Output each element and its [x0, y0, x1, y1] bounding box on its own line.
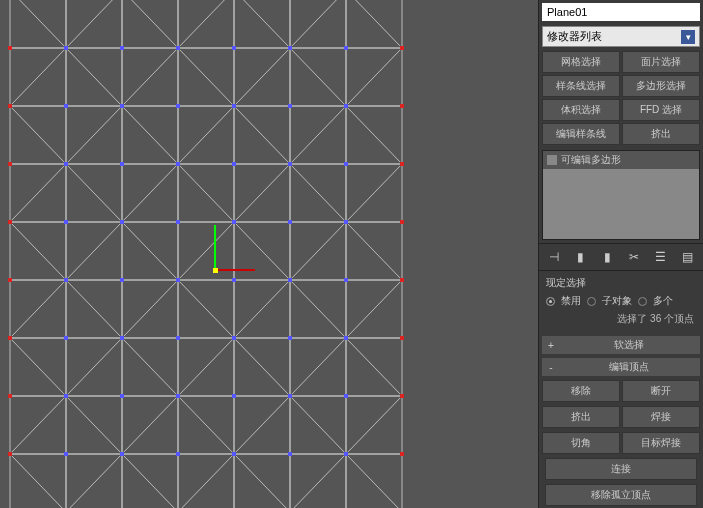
modifier-button-4[interactable]: 体积选择: [542, 99, 620, 121]
target-weld-button[interactable]: 目标焊接: [622, 432, 700, 454]
svg-line-39: [10, 48, 66, 106]
modifier-list-dropdown[interactable]: 修改器列表 ▾: [542, 26, 700, 47]
svg-line-234: [234, 338, 290, 396]
object-name-field[interactable]: Plane01: [542, 3, 700, 21]
svg-line-289: [66, 454, 122, 508]
svg-rect-358: [176, 278, 180, 282]
svg-line-79: [66, 106, 122, 164]
rollout-label: 软选择: [562, 338, 696, 352]
svg-line-24: [234, 0, 290, 48]
svg-rect-365: [120, 336, 124, 340]
svg-line-184: [66, 280, 122, 338]
svg-rect-331: [8, 104, 12, 108]
radio-subobject-label: 子对象: [602, 294, 632, 308]
svg-line-94: [234, 106, 290, 164]
radio-multiple[interactable]: [638, 297, 647, 306]
remove-isolated-button[interactable]: 移除孤立顶点: [545, 484, 697, 506]
svg-rect-367: [232, 336, 236, 340]
modifier-button-0[interactable]: 网格选择: [542, 51, 620, 73]
configure-icon[interactable]: ▤: [679, 248, 697, 266]
svg-rect-359: [232, 278, 236, 282]
svg-rect-363: [8, 336, 12, 340]
radio-subobject[interactable]: [587, 297, 596, 306]
pin-stack-icon[interactable]: ⊣: [545, 248, 563, 266]
svg-line-134: [290, 164, 346, 222]
svg-rect-374: [176, 394, 180, 398]
svg-line-89: [178, 106, 234, 164]
remove-button[interactable]: 移除: [542, 380, 620, 402]
remove-modifier-icon[interactable]: ✂: [625, 248, 643, 266]
svg-rect-329: [344, 46, 348, 50]
svg-rect-351: [232, 220, 236, 224]
svg-rect-378: [400, 394, 404, 398]
radio-disable-label: 禁用: [561, 294, 581, 308]
stack-tools-row: ⊣ ▮ ▮ ✂ ☰ ▤: [539, 243, 703, 271]
svg-line-244: [346, 338, 402, 396]
svg-rect-333: [120, 104, 124, 108]
rollout-edit-vertices[interactable]: - 编辑顶点: [542, 358, 700, 376]
modifier-button-6[interactable]: 编辑样条线: [542, 123, 620, 145]
modifier-button-grid: 网格选择面片选择样条线选择多边形选择体积选择FFD 选择编辑样条线挤出: [539, 49, 703, 147]
svg-rect-335: [232, 104, 236, 108]
svg-line-309: [290, 454, 346, 508]
svg-rect-376: [288, 394, 292, 398]
stack-item[interactable]: 可编辑多边形: [543, 151, 699, 169]
viewport[interactable]: [0, 0, 538, 508]
radio-disable[interactable]: [546, 297, 555, 306]
svg-line-84: [122, 106, 178, 164]
weld-button[interactable]: 焊接: [622, 406, 700, 428]
stack-body: [543, 169, 699, 239]
modifier-button-5[interactable]: FFD 选择: [622, 99, 700, 121]
connect-button[interactable]: 连接: [545, 458, 697, 480]
chamfer-button[interactable]: 切角: [542, 432, 620, 454]
selection-info: 选择了 36 个顶点: [542, 310, 700, 328]
svg-line-19: [178, 0, 234, 48]
svg-line-164: [234, 222, 290, 280]
svg-line-44: [66, 48, 122, 106]
break-button[interactable]: 断开: [622, 380, 700, 402]
show-end-result-icon[interactable]: ▮: [572, 248, 590, 266]
svg-rect-377: [344, 394, 348, 398]
svg-rect-355: [8, 278, 12, 282]
modifier-button-7[interactable]: 挤出: [622, 123, 700, 145]
svg-rect-346: [400, 162, 404, 166]
modifier-button-1[interactable]: 面片选择: [622, 51, 700, 73]
modifier-button-2[interactable]: 样条线选择: [542, 75, 620, 97]
svg-line-14: [122, 0, 178, 48]
configure-sets-icon[interactable]: ☰: [652, 248, 670, 266]
svg-line-109: [10, 164, 66, 222]
svg-line-179: [10, 280, 66, 338]
svg-line-169: [290, 222, 346, 280]
svg-line-159: [178, 222, 234, 280]
make-unique-icon[interactable]: ▮: [599, 248, 617, 266]
svg-line-314: [346, 454, 402, 508]
svg-line-119: [122, 164, 178, 222]
svg-rect-347: [8, 220, 12, 224]
stack-expand-icon: [547, 155, 557, 165]
svg-line-64: [290, 48, 346, 106]
svg-rect-352: [288, 220, 292, 224]
svg-rect-348: [64, 220, 68, 224]
svg-line-249: [10, 396, 66, 454]
modifier-list-label: 修改器列表: [547, 29, 602, 44]
rollout-soft-selection[interactable]: + 软选择: [542, 336, 700, 354]
modifier-button-3[interactable]: 多边形选择: [622, 75, 700, 97]
svg-rect-380: [64, 452, 68, 456]
svg-rect-397: [213, 268, 218, 273]
svg-rect-361: [344, 278, 348, 282]
svg-line-254: [66, 396, 122, 454]
svg-rect-385: [344, 452, 348, 456]
svg-rect-381: [120, 452, 124, 456]
svg-line-9: [66, 0, 122, 48]
chevron-down-icon: ▾: [681, 30, 695, 44]
svg-rect-326: [176, 46, 180, 50]
svg-line-264: [178, 396, 234, 454]
svg-rect-357: [120, 278, 124, 282]
extrude-button[interactable]: 挤出: [542, 406, 620, 428]
svg-line-219: [66, 338, 122, 396]
modifier-stack[interactable]: 可编辑多边形: [542, 150, 700, 240]
rollout-sign: -: [546, 362, 556, 373]
svg-line-304: [234, 454, 290, 508]
svg-line-29: [290, 0, 346, 48]
edit-row-3: 切角 目标焊接: [539, 430, 703, 456]
